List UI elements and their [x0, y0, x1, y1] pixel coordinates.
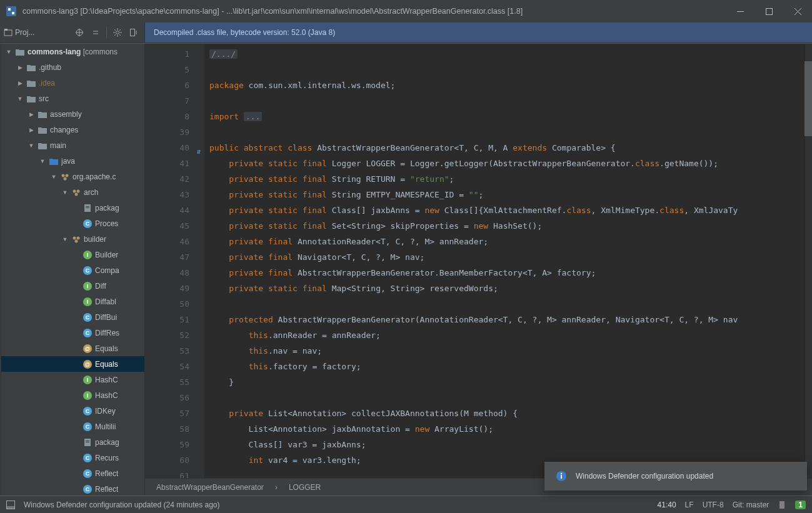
svg-rect-1	[8, 8, 11, 11]
tree-item[interactable]: packag	[1, 200, 144, 216]
gear-icon[interactable]	[111, 26, 124, 39]
tree-item[interactable]: ▼src	[1, 91, 144, 106]
c-icon: C	[83, 422, 93, 432]
tree-item[interactable]: CDiffRes	[1, 325, 144, 341]
override-icon: ⇵	[196, 144, 201, 159]
code-zone: 156783940⇵414243444546474849505152535455…	[145, 44, 812, 478]
code[interactable]: /.../package com.sun.xml.internal.ws.mod…	[204, 44, 804, 478]
tree-item[interactable]: CReflect	[1, 481, 144, 496]
svg-point-25	[62, 174, 65, 177]
folder-icon	[26, 62, 36, 72]
tree-item[interactable]: CCompa	[1, 262, 144, 278]
svg-rect-3	[737, 11, 744, 12]
breadcrumb-member[interactable]: LOGGER	[289, 483, 321, 492]
svg-rect-8	[4, 29, 8, 31]
svg-point-34	[73, 236, 76, 239]
tree-item[interactable]: ▼main	[1, 137, 144, 153]
tree-item[interactable]: @Equals	[1, 356, 144, 372]
tree-item[interactable]: IDiffabl	[1, 294, 144, 309]
tree-item[interactable]: CMultilii	[1, 419, 144, 434]
separator	[106, 27, 107, 38]
notifications-count[interactable]: 1	[795, 501, 806, 509]
svg-rect-42	[561, 475, 562, 479]
a-icon: @	[83, 344, 93, 354]
tree-item[interactable]: packag	[1, 434, 144, 450]
tree-item[interactable]: IBuilder	[1, 247, 144, 262]
svg-point-29	[77, 189, 80, 192]
folder-icon	[26, 78, 36, 88]
i-icon: I	[83, 391, 93, 401]
memory-icon[interactable]	[778, 501, 786, 509]
tree-item[interactable]: CReflect	[1, 466, 144, 481]
svg-rect-23	[131, 29, 135, 36]
i-icon: I	[83, 250, 93, 260]
svg-point-26	[66, 174, 69, 177]
caret-position[interactable]: 41:40	[658, 501, 676, 509]
tree-item[interactable]: IHashC	[1, 372, 144, 387]
project-tree[interactable]: ▼commons-lang [commons▶.github▶.idea▼src…	[1, 44, 145, 496]
maximize-button[interactable]	[754, 0, 783, 22]
vcs-branch[interactable]: Git: master	[733, 501, 769, 509]
svg-line-19	[114, 29, 116, 31]
notification-balloon[interactable]: Windows Defender configuration updated	[544, 462, 807, 491]
tree-item[interactable]: IHashC	[1, 387, 144, 403]
folder-icon	[38, 125, 48, 135]
a-icon: @	[83, 359, 93, 369]
svg-rect-38	[86, 441, 89, 441]
folder-icon	[38, 141, 48, 151]
pkg-icon	[60, 172, 70, 182]
svg-rect-4	[766, 8, 772, 14]
tree-item[interactable]: ▶.idea	[1, 75, 144, 91]
project-tool-label[interactable]: Proj...	[4, 28, 70, 37]
tree-item[interactable]: CDiffBui	[1, 309, 144, 325]
i-icon: I	[83, 281, 93, 291]
tree-item[interactable]: ▼org.apache.c	[1, 169, 144, 184]
file-icon	[83, 437, 93, 447]
svg-line-20	[119, 34, 121, 36]
line-separator[interactable]: LF	[685, 501, 694, 509]
svg-point-27	[64, 177, 67, 180]
svg-line-21	[119, 29, 121, 31]
svg-point-41	[561, 473, 562, 474]
c-icon: C	[83, 266, 93, 276]
tree-item[interactable]: ▼commons-lang [commons	[1, 44, 144, 59]
svg-rect-33	[86, 207, 89, 208]
file-encoding[interactable]: UTF-8	[703, 501, 724, 509]
error-stripe[interactable]	[804, 44, 812, 478]
tree-item[interactable]: @Equals	[1, 341, 144, 356]
tree-item[interactable]: CRecurs	[1, 450, 144, 466]
tree-item[interactable]: CIDKey	[1, 403, 144, 419]
hide-tool-icon[interactable]	[127, 26, 141, 39]
app-icon	[6, 6, 16, 16]
tree-item[interactable]: ▼java	[1, 153, 144, 169]
minimize-button[interactable]	[726, 0, 754, 22]
breadcrumb-class[interactable]: AbstractWrapperBeanGenerator	[156, 483, 264, 492]
folder-icon	[26, 94, 36, 104]
folder-src-icon	[49, 156, 59, 166]
tree-item[interactable]: ▼builder	[1, 231, 144, 247]
locate-icon[interactable]	[73, 26, 86, 39]
tree-item[interactable]: ▼arch	[1, 184, 144, 200]
folder-icon	[38, 109, 48, 119]
decompile-banner: Decompiled .class file, bytecode version…	[145, 22, 812, 42]
c-icon: C	[83, 219, 93, 229]
tool-window-icon[interactable]	[6, 501, 15, 509]
tree-item[interactable]: ▶assembly	[1, 106, 144, 122]
status-bar: Windows Defender configuration updated (…	[0, 496, 812, 513]
svg-point-14	[116, 31, 119, 34]
editor-area: 156783940⇵414243444546474849505152535455…	[145, 44, 812, 496]
c-icon: C	[83, 406, 93, 416]
pkg-icon	[71, 234, 81, 244]
svg-rect-7	[4, 30, 12, 36]
svg-rect-0	[6, 6, 16, 16]
tree-item[interactable]: CProces	[1, 216, 144, 231]
c-icon: C	[83, 312, 93, 322]
tree-item[interactable]: IDiff	[1, 278, 144, 294]
scrollbar-thumb[interactable]	[804, 61, 812, 136]
close-button[interactable]	[783, 0, 812, 22]
tree-item[interactable]: ▶.github	[1, 59, 144, 75]
notification-text: Windows Defender configuration updated	[576, 472, 713, 481]
c-icon: C	[83, 469, 93, 479]
tree-item[interactable]: ▶changes	[1, 122, 144, 137]
expand-collapse-icon[interactable]	[89, 26, 103, 39]
